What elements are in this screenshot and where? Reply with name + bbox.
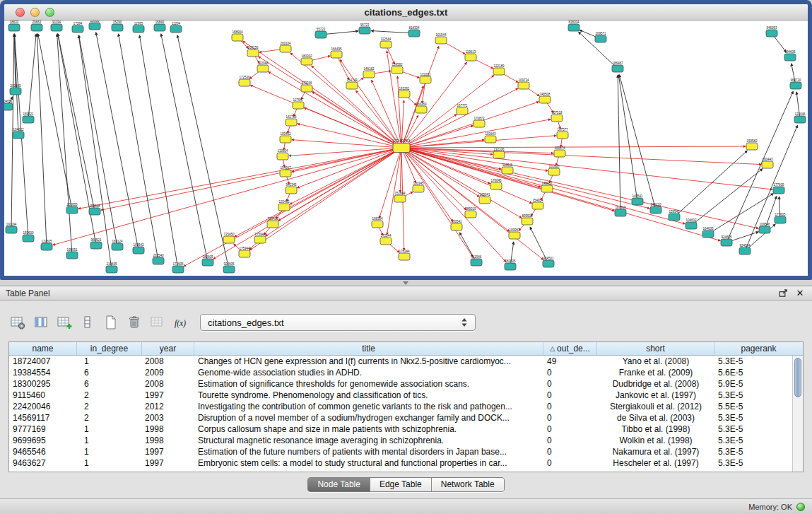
graph-node[interactable] — [380, 238, 392, 245]
graph-node[interactable] — [301, 85, 312, 92]
row-options-icon[interactable] — [78, 313, 97, 332]
graph-node[interactable] — [766, 30, 777, 37]
graph-node[interactable] — [372, 221, 383, 228]
graph-node[interactable] — [595, 35, 606, 42]
tab-edge-table[interactable]: Edge Table — [370, 478, 432, 491]
graph-node[interactable] — [702, 230, 714, 238]
graph-node[interactable] — [435, 37, 447, 44]
graph-node[interactable] — [363, 71, 375, 78]
graph-node[interactable] — [393, 144, 410, 153]
graph-node[interactable] — [280, 170, 291, 177]
graph-node[interactable] — [359, 27, 370, 34]
graph-node[interactable] — [759, 226, 770, 233]
table-selector[interactable]: citations_edges.txt — [200, 314, 476, 331]
graph-node[interactable] — [502, 167, 513, 174]
graph-node[interactable] — [762, 161, 773, 168]
function-builder-icon[interactable]: f(x) — [172, 313, 190, 332]
graph-node[interactable] — [72, 25, 83, 33]
graph-node[interactable] — [267, 221, 278, 228]
graph-node[interactable] — [686, 222, 697, 229]
scrollbar-thumb[interactable] — [794, 358, 801, 397]
table-row[interactable]: 946362711997Embryonic stem cells: a mode… — [9, 457, 792, 469]
graph-node[interactable] — [10, 88, 21, 95]
graph-node[interactable] — [280, 136, 291, 143]
graph-node[interactable] — [539, 96, 551, 103]
network-canvas[interactable]: 1863320663911941728420360152901236516840… — [4, 21, 808, 275]
graph-node[interactable] — [490, 182, 502, 189]
graph-node[interactable] — [505, 263, 516, 270]
graph-node[interactable] — [223, 266, 235, 273]
graph-node[interactable] — [471, 259, 482, 266]
graph-node[interactable] — [4, 103, 13, 110]
graph-node[interactable] — [548, 168, 560, 175]
graph-node[interactable] — [301, 58, 312, 65]
graph-node[interactable] — [465, 211, 476, 218]
graph-node[interactable] — [790, 82, 801, 89]
graph-node[interactable] — [773, 187, 784, 194]
graph-node[interactable] — [473, 120, 485, 127]
graph-node[interactable] — [746, 143, 758, 150]
graph-node[interactable] — [784, 54, 796, 61]
graph-node[interactable] — [247, 49, 259, 57]
window-titlebar[interactable]: citations_edges.txt — [4, 4, 808, 21]
graph-node[interactable] — [257, 65, 269, 72]
vertical-scrollbar[interactable] — [792, 356, 803, 472]
graph-node[interactable] — [8, 24, 20, 31]
graph-node[interactable] — [254, 236, 266, 243]
graph-node[interactable] — [557, 132, 568, 139]
graph-node[interactable] — [615, 209, 626, 216]
table-row[interactable]: 946554611997Estimation of the future num… — [9, 446, 792, 457]
add-column-icon[interactable] — [55, 313, 73, 332]
graph-node[interactable] — [223, 236, 235, 243]
graph-node[interactable] — [612, 65, 623, 72]
graph-node[interactable] — [541, 185, 553, 192]
graph-node[interactable] — [293, 102, 304, 109]
float-panel-icon[interactable] — [777, 288, 789, 299]
close-panel-icon[interactable]: ✕ — [794, 288, 806, 299]
zoom-window-button[interactable] — [45, 8, 54, 17]
graph-node[interactable] — [239, 79, 250, 86]
graph-node[interactable] — [399, 253, 410, 260]
column-header-pagerank[interactable]: pagerank — [714, 342, 803, 355]
minimize-window-button[interactable] — [30, 8, 40, 17]
graph-node[interactable] — [23, 235, 34, 242]
graph-node[interactable] — [420, 76, 431, 83]
table-row[interactable]: 911546021997Tourette syndrome. Phenomeno… — [9, 390, 792, 401]
graph-node[interactable] — [277, 153, 288, 160]
graph-node[interactable] — [172, 266, 184, 273]
graph-node[interactable] — [632, 198, 643, 205]
graph-node[interactable] — [13, 132, 24, 139]
table-mode-icon[interactable] — [8, 313, 27, 332]
graph-node[interactable] — [721, 239, 732, 246]
graph-node[interactable] — [451, 223, 462, 230]
table-row[interactable]: 969969511998Structural magnetic resonanc… — [9, 435, 792, 446]
graph-node[interactable] — [170, 25, 182, 33]
table-row[interactable]: 977716911998Corpus callosum shape and si… — [9, 424, 792, 435]
graph-node[interactable] — [112, 24, 123, 31]
tab-network-table[interactable]: Network Table — [432, 478, 504, 491]
table-row[interactable]: 2242004622012Investigating the contribut… — [9, 401, 792, 412]
graph-node[interactable] — [554, 150, 565, 157]
graph-node[interactable] — [465, 54, 476, 61]
graph-node[interactable] — [532, 202, 543, 209]
graph-node[interactable] — [278, 204, 290, 211]
new-table-icon[interactable] — [102, 313, 120, 332]
graph-node[interactable] — [133, 25, 144, 33]
graph-node[interactable] — [154, 24, 165, 31]
graph-node[interactable] — [6, 226, 17, 233]
graph-node[interactable] — [106, 266, 117, 273]
show-columns-icon[interactable] — [32, 313, 50, 332]
graph-node[interactable] — [66, 206, 78, 214]
graph-node[interactable] — [493, 68, 505, 75]
graph-node[interactable] — [408, 30, 420, 37]
column-header-in_degree[interactable]: in_degree — [77, 342, 142, 355]
graph-node[interactable] — [399, 90, 410, 98]
column-header-title[interactable]: title — [194, 342, 543, 355]
graph-node[interactable] — [89, 208, 100, 215]
graph-node[interactable] — [331, 51, 342, 58]
column-header-year[interactable]: year — [142, 342, 194, 355]
graph-node[interactable] — [394, 195, 406, 202]
column-header-short[interactable]: short — [597, 342, 714, 355]
graph-node[interactable] — [551, 115, 563, 122]
graph-node[interactable] — [232, 34, 243, 41]
